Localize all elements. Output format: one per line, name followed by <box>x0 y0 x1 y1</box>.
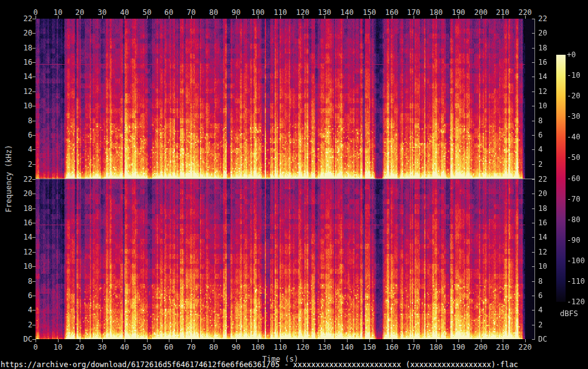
y-tick-label-left: 14 <box>5 233 32 241</box>
y-tick-mark-left <box>32 252 36 253</box>
x-tick-label-bottom: 170 <box>407 343 420 352</box>
x-tick-mark-bottom <box>392 339 392 342</box>
x-tick-mark-top <box>80 16 80 19</box>
y-tick-label-right: 18 <box>538 204 547 213</box>
x-tick-label-bottom: 0 <box>33 343 37 352</box>
y-tick-label-right: 10 <box>538 101 547 110</box>
y-tick-label-right: 2 <box>538 320 543 329</box>
y-tick-label-right: 20 <box>538 29 547 37</box>
y-tick-mark-left <box>32 266 36 267</box>
colorbar-tick-label: -110 <box>567 277 585 286</box>
y-tick-label-left: 6 <box>5 291 32 300</box>
x-tick-mark-bottom <box>80 339 80 342</box>
x-tick-mark-top <box>236 16 237 19</box>
x-tick-label-bottom: 20 <box>75 343 84 352</box>
y-tick-label-left: 10 <box>5 101 32 110</box>
y-tick-label-left: 12 <box>5 248 32 256</box>
x-tick-mark-bottom <box>414 339 414 342</box>
y-tick-label-right: 2 <box>538 160 543 169</box>
x-tick-label-bottom: 210 <box>496 343 510 352</box>
y-tick-label-left: 6 <box>5 131 32 139</box>
x-tick-mark-bottom <box>36 339 36 342</box>
x-tick-mark-bottom <box>503 339 503 342</box>
x-tick-mark-top <box>147 16 148 19</box>
y-tick-mark-left <box>32 48 36 49</box>
colorbar-title: dBFS <box>560 309 578 318</box>
y-tick-label-left: 14 <box>5 72 32 81</box>
colorbar-tick-label: -90 <box>567 236 581 245</box>
y-tick-mark-left <box>32 339 36 340</box>
y-tick-label-left: 8 <box>5 277 32 286</box>
colorbar-tick-label: -40 <box>567 133 581 141</box>
y-tick-mark-left <box>32 208 36 209</box>
x-tick-mark-top <box>481 16 481 19</box>
y-tick-mark-left <box>32 164 36 165</box>
y-tick-label-left: 12 <box>5 87 32 96</box>
x-tick-label-bottom: 50 <box>143 343 151 352</box>
x-tick-mark-bottom <box>169 339 169 342</box>
x-tick-label-bottom: 160 <box>385 343 399 352</box>
x-tick-mark-top <box>414 16 414 19</box>
x-tick-mark-top <box>125 16 125 19</box>
y-tick-label-right: 20 <box>538 189 547 198</box>
x-tick-mark-bottom <box>214 339 214 342</box>
y-tick-label-left: 22 <box>5 14 32 23</box>
x-tick-mark-top <box>347 16 348 19</box>
colorbar-tick-label: -70 <box>567 195 581 203</box>
y-tick-mark-left <box>32 179 36 180</box>
y-tick-mark-left <box>32 33 36 34</box>
y-tick-mark-left <box>32 281 36 282</box>
colorbar-tick-label: +0 <box>567 50 576 59</box>
right-axis-line <box>534 19 535 340</box>
x-tick-mark-top <box>325 16 325 19</box>
x-tick-mark-top <box>191 16 192 19</box>
x-tick-mark-top <box>503 16 503 19</box>
x-tick-mark-bottom <box>458 339 459 342</box>
y-tick-mark-left <box>32 223 36 223</box>
y-tick-label-right: 8 <box>538 277 543 286</box>
x-tick-mark-top <box>169 16 169 19</box>
y-tick-label-left: 16 <box>5 58 32 67</box>
x-tick-label-bottom: 190 <box>452 343 465 352</box>
y-tick-label-right: 16 <box>538 218 547 227</box>
y-tick-mark-left <box>32 194 36 194</box>
x-tick-mark-top <box>258 16 258 19</box>
colorbar-tick-label: -80 <box>567 215 581 224</box>
x-tick-label-bottom: 220 <box>518 343 532 352</box>
y-tick-mark-left <box>32 310 36 311</box>
y-tick-label-right: 14 <box>538 233 547 241</box>
y-tick-label-left: DC <box>5 335 32 343</box>
x-tick-label-bottom: 100 <box>251 343 265 352</box>
y-tick-mark-left <box>32 325 36 325</box>
x-tick-mark-bottom <box>147 339 148 342</box>
y-tick-mark-left <box>32 237 36 238</box>
x-tick-mark-bottom <box>303 339 303 342</box>
y-tick-mark-left <box>32 106 36 106</box>
y-tick-label-left: 4 <box>5 306 32 314</box>
x-tick-mark-top <box>436 16 437 19</box>
spectrogram-heatmap <box>36 19 534 339</box>
x-tick-mark-bottom <box>325 339 325 342</box>
colorbar-tick-label: -60 <box>567 174 581 183</box>
x-tick-mark-bottom <box>347 339 348 342</box>
y-tick-mark-left <box>32 135 36 136</box>
x-tick-mark-top <box>102 16 103 19</box>
x-tick-mark-bottom <box>191 339 192 342</box>
colorbar-tick-label: -20 <box>567 91 581 100</box>
x-tick-mark-bottom <box>236 339 237 342</box>
colorbar-tick-label: -10 <box>567 71 581 80</box>
status-text: https://archive·org/download/6172616d5f6… <box>1 360 518 369</box>
x-tick-mark-top <box>303 16 303 19</box>
x-tick-label-bottom: 150 <box>363 343 376 352</box>
y-tick-label-right: 8 <box>538 116 543 125</box>
y-tick-label-right: 22 <box>538 175 547 184</box>
x-tick-mark-bottom <box>280 339 281 342</box>
x-tick-label-bottom: 90 <box>232 343 240 352</box>
y-tick-label-left: 18 <box>5 44 32 52</box>
y-tick-label-right: 12 <box>538 248 547 256</box>
y-tick-label-right: 10 <box>538 262 547 271</box>
x-tick-mark-bottom <box>525 339 526 342</box>
y-tick-mark-left <box>32 62 36 63</box>
y-axis-title: Frequency (kHz) <box>4 145 13 212</box>
x-tick-mark-bottom <box>481 339 481 342</box>
